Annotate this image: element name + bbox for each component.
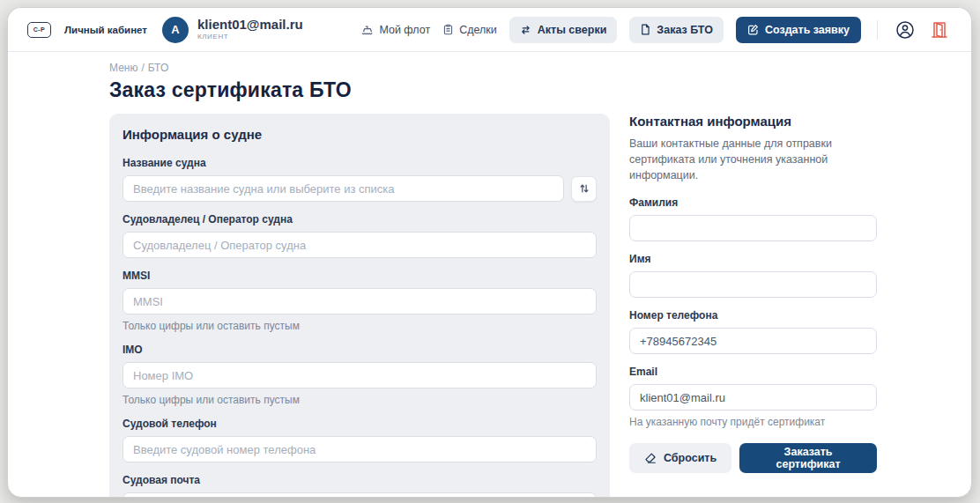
pill-label: Заказ БТО — [657, 24, 713, 36]
nav-item-deals[interactable]: Сделки — [442, 24, 497, 36]
user-role: клиент — [197, 33, 303, 41]
owner-label: Судовладелец / Оператор судна — [122, 213, 597, 226]
contact-info-panel: Контактная информация Ваши контактные да… — [629, 114, 877, 473]
last-name-input[interactable] — [629, 215, 877, 241]
ship-phone-label: Судовой телефон — [122, 418, 597, 430]
pill-label: Акты сверки — [538, 24, 607, 36]
contact-phone-input[interactable] — [629, 328, 877, 354]
reset-button[interactable]: Сбросить — [629, 443, 731, 473]
first-name-label: Имя — [629, 253, 877, 265]
order-bto-button[interactable]: Заказ БТО — [629, 17, 724, 43]
content-columns: Информация о судне Название судна — [109, 114, 971, 498]
clipboard-icon — [442, 24, 454, 35]
user-email: klient01@mail.ru — [197, 18, 303, 33]
ship-phone-input[interactable] — [122, 436, 597, 462]
contact-email-hint: На указанную почту придёт сертификат — [629, 416, 877, 428]
field-last-name: Фамилия — [629, 196, 877, 241]
field-imo: IMO Только цифры или оставить пустым — [122, 344, 597, 406]
imo-hint: Только цифры или оставить пустым — [122, 394, 597, 406]
field-contact-phone: Номер телефона — [629, 309, 877, 354]
owner-input[interactable] — [122, 232, 597, 258]
contact-description: Ваши контактные данные для отправки серт… — [629, 136, 877, 183]
reset-label: Сбросить — [664, 452, 716, 464]
avatar-initial: A — [171, 23, 179, 36]
mmsi-input[interactable] — [122, 288, 597, 314]
eraser-icon — [644, 452, 657, 464]
top-navigation: Мой флот Сделки Акты сверки — [361, 17, 950, 43]
logout-door-icon[interactable] — [929, 18, 950, 41]
field-owner: Судовладелец / Оператор судна — [122, 213, 597, 258]
mmsi-hint: Только цифры или оставить пустым — [122, 320, 597, 332]
select-from-list-icon[interactable] — [571, 176, 597, 202]
swap-arrows-icon — [520, 24, 531, 35]
first-name-input[interactable] — [629, 271, 877, 298]
field-first-name: Имя — [629, 253, 877, 298]
page-title: Заказ сертификата БТО — [109, 78, 971, 102]
field-vessel-name: Название судна — [122, 157, 597, 202]
brand-title: Личный кабинет — [64, 25, 147, 35]
order-certificate-button[interactable]: Заказать сертификат — [739, 443, 877, 473]
topbar-divider — [877, 20, 878, 40]
contact-title: Контактная информация — [629, 114, 877, 129]
breadcrumb-separator: / — [141, 62, 144, 74]
vessel-name-label: Название судна — [122, 157, 597, 169]
contact-buttons-row: Сбросить Заказать сертификат — [629, 443, 877, 473]
ship-mail-label: Судовая почта — [122, 474, 597, 486]
breadcrumb: Меню / БТО — [109, 62, 971, 74]
account-icon[interactable] — [894, 18, 917, 41]
logo-text: С-Р — [33, 26, 46, 33]
reconciliation-acts-button[interactable]: Акты сверки — [509, 17, 618, 43]
ship-icon — [361, 24, 374, 36]
avatar[interactable]: A — [162, 17, 189, 43]
edit-icon — [747, 24, 759, 35]
vessel-card-title: Информация о судне — [122, 127, 597, 142]
nav-item-my-fleet[interactable]: Мой флот — [361, 24, 430, 36]
vessel-name-input[interactable] — [122, 175, 564, 202]
nav-label: Мой флот — [379, 24, 430, 36]
top-bar: С-Р Личный кабинет A klient01@mail.ru кл… — [8, 8, 971, 52]
field-ship-mail: Судовая почта — [122, 474, 597, 498]
contact-email-input[interactable] — [629, 384, 877, 411]
contact-email-label: Email — [629, 366, 877, 378]
field-ship-phone: Судовой телефон — [122, 418, 597, 462]
app-window: С-Р Личный кабинет A klient01@mail.ru кл… — [7, 7, 972, 498]
last-name-label: Фамилия — [629, 196, 877, 209]
user-block: klient01@mail.ru клиент — [197, 18, 303, 41]
breadcrumb-current: БТО — [148, 62, 168, 74]
nav-label: Сделки — [459, 24, 497, 36]
imo-input[interactable] — [122, 362, 597, 388]
contact-phone-label: Номер телефона — [629, 309, 877, 322]
company-logo[interactable]: С-Р — [27, 22, 51, 38]
field-mmsi: MMSI Только цифры или оставить пустым — [122, 270, 597, 332]
vessel-info-card: Информация о судне Название судна — [109, 114, 610, 498]
imo-label: IMO — [122, 344, 597, 356]
page-content: Меню / БТО Заказ сертификата БТО Информа… — [8, 52, 971, 498]
mmsi-label: MMSI — [122, 270, 597, 282]
create-request-button[interactable]: Создать заявку — [736, 17, 861, 43]
ship-mail-input[interactable] — [122, 492, 597, 498]
create-request-label: Создать заявку — [765, 24, 850, 36]
document-icon — [640, 24, 650, 35]
vessel-name-row — [122, 175, 597, 202]
field-contact-email: Email На указанную почту придёт сертифик… — [629, 366, 877, 428]
order-certificate-label: Заказать сертификат — [776, 446, 841, 470]
breadcrumb-menu[interactable]: Меню — [109, 62, 137, 74]
